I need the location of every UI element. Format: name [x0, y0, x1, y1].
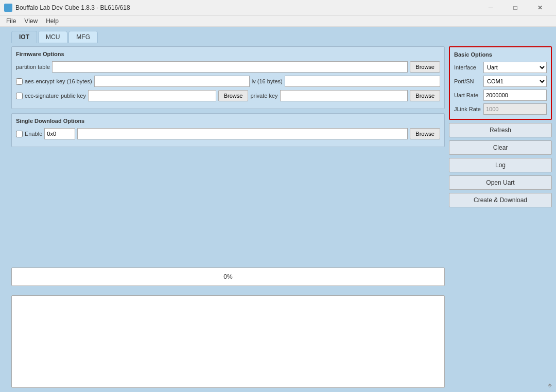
right-panel-spacer: ⬘ [449, 210, 552, 388]
enable-checkbox[interactable] [16, 131, 23, 137]
minimize-button[interactable]: ─ [479, 0, 502, 15]
address-input[interactable] [44, 128, 75, 139]
ecc-signature-checkbox-label[interactable]: ecc-signature [16, 93, 59, 99]
refresh-button[interactable]: Refresh [449, 123, 552, 137]
public-key-browse[interactable]: Browse [218, 90, 249, 101]
partition-table-input[interactable] [52, 61, 408, 73]
aes-encrypt-row: aes-encrypt key (16 bytes) iv (16 bytes) [16, 76, 440, 87]
single-download-title: Single Download Options [16, 118, 440, 124]
file-input[interactable] [77, 128, 408, 139]
interface-select[interactable]: Uart JLink OpenOCD [483, 62, 547, 73]
center-panel: IOT MCU MFG Firmware Options partition t… [7, 27, 556, 392]
uart-rate-label: Uart Rate [454, 92, 481, 98]
log-area[interactable] [11, 295, 445, 388]
public-key-input[interactable] [88, 90, 216, 101]
main-content: IOT MCU MFG Firmware Options partition t… [0, 27, 556, 392]
private-key-label: private key [250, 93, 277, 99]
progress-section: 0% [11, 264, 445, 289]
key-label: key (16 bytes) [56, 78, 92, 84]
menu-bar: File View Help [0, 15, 556, 27]
jlink-rate-input[interactable] [483, 103, 547, 115]
basic-options-box: Basic Options Interface Uart JLink OpenO… [449, 46, 552, 120]
single-download-browse[interactable]: Browse [410, 128, 440, 139]
jlink-rate-label: JLink Rate [454, 106, 481, 112]
panel-area: Firmware Options partition table Browse … [11, 46, 552, 388]
log-button[interactable]: Log [449, 158, 552, 172]
interface-label: Interface [454, 64, 481, 70]
restore-button[interactable]: □ [503, 0, 527, 15]
ecc-signature-row: ecc-signature public key Browse private … [16, 90, 440, 101]
left-sidebar [0, 27, 7, 392]
partition-table-row: partition table Browse [16, 61, 440, 73]
open-uart-button[interactable]: Open Uart [449, 175, 552, 190]
clear-button[interactable]: Clear [449, 140, 552, 155]
enable-label: Enable [25, 131, 42, 137]
uart-rate-input[interactable] [483, 90, 547, 101]
aes-encrypt-checkbox-label[interactable]: aes-encrypt [16, 78, 54, 85]
aes-encrypt-label: aes-encrypt [25, 78, 54, 84]
single-download-section: Single Download Options Enable Browse [11, 113, 445, 147]
enable-checkbox-label[interactable]: Enable [16, 131, 42, 137]
key-input[interactable] [94, 76, 250, 87]
title-bar-buttons: ─ □ ✕ [479, 0, 552, 15]
tab-mfg[interactable]: MFG [68, 31, 98, 43]
public-key-label: public key [61, 93, 86, 99]
tabs-row: IOT MCU MFG [11, 31, 552, 43]
partition-table-label: partition table [16, 64, 50, 70]
resize-icon: ⬘ [548, 382, 552, 388]
port-sn-select[interactable]: COM1 COM2 COM3 [483, 76, 547, 87]
tab-iot[interactable]: IOT [11, 31, 37, 43]
create-download-button[interactable]: Create & Download [449, 193, 552, 207]
menu-file[interactable]: File [2, 16, 20, 26]
private-key-browse[interactable]: Browse [410, 90, 440, 101]
options-grid: Interface Uart JLink OpenOCD Port/SN COM… [454, 62, 547, 115]
basic-options-title: Basic Options [454, 51, 547, 58]
close-button[interactable]: ✕ [528, 0, 552, 15]
single-download-row: Enable Browse [16, 128, 440, 139]
progress-container: 0% [11, 268, 445, 286]
firmware-options-section: Firmware Options partition table Browse … [11, 46, 445, 109]
firmware-options-title: Firmware Options [16, 51, 440, 57]
progress-text: 0% [223, 273, 232, 280]
spacer [11, 151, 445, 260]
tab-mcu[interactable]: MCU [38, 31, 67, 43]
title-bar: Bouffalo Lab Dev Cube 1.8.3 - BL616/618 … [0, 0, 556, 15]
private-key-input[interactable] [280, 90, 408, 101]
ecc-signature-checkbox[interactable] [16, 93, 23, 99]
partition-table-browse[interactable]: Browse [410, 61, 440, 73]
iv-input[interactable] [285, 76, 440, 87]
menu-help[interactable]: Help [42, 16, 63, 26]
ecc-signature-label: ecc-signature [25, 93, 59, 99]
app-icon [4, 4, 12, 12]
menu-view[interactable]: View [20, 16, 42, 26]
title-bar-text: Bouffalo Lab Dev Cube 1.8.3 - BL616/618 [15, 4, 479, 11]
left-panel: Firmware Options partition table Browse … [11, 46, 445, 388]
iv-label: iv (16 bytes) [252, 78, 283, 84]
port-sn-label: Port/SN [454, 78, 481, 84]
right-panel: Basic Options Interface Uart JLink OpenO… [449, 46, 552, 388]
aes-encrypt-checkbox[interactable] [16, 78, 23, 85]
